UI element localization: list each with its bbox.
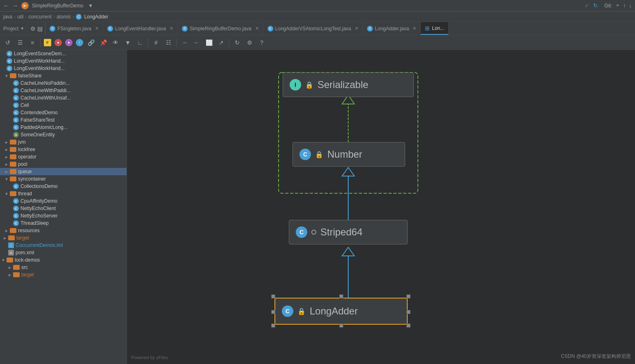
toolbar-arrow-left-icon[interactable]: ← [191,37,202,48]
toolbar-filter-icon[interactable]: ≡ [27,37,38,48]
tab-longadder[interactable]: C LongAdder.java ✕ [363,22,421,35]
sidebar-item-pomxml[interactable]: m pom.xml [0,249,127,256]
sidebar-item-cachelinewithuns[interactable]: C CacheLineWithUnsaf... [0,94,127,102]
tab-fsingleton[interactable]: C FSingleton.java ✕ [45,22,103,35]
tab-simpleringbufferdemo[interactable]: C SimpleRingBufferDemo.java ✕ [178,22,263,35]
file-icon-paddedatomiclong: C [13,124,19,130]
file-label-falsesharetest: FalseShareTest [20,117,54,123]
file-label-longeventworkhand2: LongEventWorkHand... [14,66,65,71]
toolbar-eye-icon[interactable]: 👁 [110,37,121,48]
toolbar-help-icon[interactable]: ? [256,37,267,48]
node-longadder[interactable]: C 🔒 LongAdder [274,298,408,325]
tab-close-longeventhandler[interactable]: ✕ [170,26,173,31]
tab-label-fsingleton: FSingleton.java [57,26,91,32]
sidebar-item-collectionsdemo[interactable]: C CollectionsDemo [0,183,127,190]
node-serializable[interactable]: I 🔒 Serializable [283,72,414,97]
settings-icon[interactable]: ⚙ [30,25,36,32]
dropdown-arrow[interactable]: ▼ [88,3,93,9]
sidebar-item-cpuaffinitydemo[interactable]: C CpuAffinityDemo [0,197,127,205]
folder-label-src: src [21,265,28,270]
sidebar-item-falseshare[interactable]: ▼ falseShare [0,72,127,79]
node-number[interactable]: C 🔒 Number [293,142,405,167]
firebase-icon: F [44,39,51,46]
sidebar-item-cachelinenopaddng[interactable]: C CacheLineNoPaddin... [0,79,127,87]
file-label-someoneentity: SomeOneEntity [20,132,55,138]
sidebar-item-cachelinewithpaddi[interactable]: C CacheLineWithPaddi... [0,87,127,94]
breadcrumb-sep-2: › [25,14,27,20]
arrow-lockfree: ► [3,147,10,152]
breadcrumb-concurrent[interactable]: concurrent [28,14,52,20]
refresh-icon: ↻ [593,2,598,9]
breadcrumb-atomic[interactable]: atomic [57,14,71,20]
sidebar-item-nettyechoserver[interactable]: C NettyEchoServer [0,212,127,219]
sidebar-item-queue[interactable]: ► queue [0,168,127,175]
toolbar-arrow-right-icon[interactable]: → [179,37,190,48]
folder-icon-lockfree [10,147,16,152]
sidebar-item-longeventscene[interactable]: C LongEventSceneDem... [0,50,127,57]
sidebar-item-operator[interactable]: ► operator [0,153,127,161]
file-icon-longeventscene: C [7,51,12,57]
folder-icon-target2 [13,272,20,277]
file-icon-pom: m [8,250,14,255]
main-area: C LongEventSceneDem... C LongEventWorkHa… [0,50,635,364]
sidebar-item-resources[interactable]: ► resources [0,227,127,234]
sidebar-item-thread[interactable]: ▼ thread [0,190,127,197]
project-name: SimpleRingBufferDemo [32,3,83,9]
sidebar-item-coccurrentdemosml[interactable]: I CoccurrentDemos.iml [0,242,127,249]
sidebar-item-contendeddemo[interactable]: C ContendedDemo [0,109,127,116]
toolbar-pin-icon[interactable]: 📌 [98,37,109,48]
forward-button[interactable]: → [12,2,18,9]
sidebar-item-target2[interactable]: ► target [0,271,127,278]
sidebar-item-cell[interactable]: C Cell [0,102,127,109]
sidebar-item-syncontainer[interactable]: ▼ syncontainer [0,175,127,183]
sidebar-item-nettyechoclient[interactable]: C NettyEchoClient [0,205,127,212]
tab-close-longaddervsatomiclongtest[interactable]: ✕ [355,26,358,31]
tab-close-fsingleton[interactable]: ✕ [95,26,99,31]
tab-longeventhandler[interactable]: C LongEventHandler.java ✕ [103,22,178,35]
toolbar-settings-icon[interactable]: ⚙ [244,37,255,48]
sidebar-item-pool[interactable]: ► pool [0,161,127,168]
node-striped64[interactable]: C Striped64 [289,220,408,244]
folder-label-falseshare: falseShare [18,73,41,79]
diagram-area[interactable]: I 🔒 Serializable C 🔒 Number C Striped64 … [127,50,635,364]
sidebar-item-src[interactable]: ► src [0,264,127,271]
tab-longaddervsatomiclongtest[interactable]: C LongAdderVSAtomicLongTest.java ✕ [263,22,363,35]
toolbar-layers-icon[interactable]: ⬜ [204,37,214,48]
arrow-syncontainer: ▼ [3,177,10,181]
arrow-queue: ► [3,170,10,174]
sidebar-item-longeventworkhand2[interactable]: C LongEventWorkHand... [0,65,127,72]
run-button[interactable]: ▶ [21,2,29,9]
tab-icon-longadder: C [367,26,373,32]
sidebar-item-paddedatomiclong[interactable]: C PaddedAtomicLong... [0,124,127,131]
collapse-icon[interactable]: ▤ [37,25,43,32]
toolbar-hash-icon[interactable]: # [151,37,161,48]
back-button[interactable]: ← [3,2,9,9]
breadcrumb-java[interactable]: java [3,14,12,20]
folder-label-syncontainer: syncontainer [18,176,46,182]
sidebar-item-target1[interactable]: ► target [0,234,127,242]
tab-close-longadder[interactable]: ✕ [413,26,416,31]
toolbar-route-icon[interactable]: ∟ [135,37,145,48]
breadcrumb-util[interactable]: util [17,14,23,20]
toolbar-export-icon[interactable]: ↗ [216,37,227,48]
toolbar-list-icon[interactable]: ☰ [15,37,25,48]
sidebar-toggle[interactable]: Project▼ [0,22,28,35]
sidebar-item-falsesharetest[interactable]: C FalseShareTest [0,116,127,124]
toolbar-refresh-icon[interactable]: ↻ [232,37,243,48]
toolbar-grid-icon[interactable]: ☷ [163,37,174,48]
sidebar-item-lockdemos[interactable]: ▼ lock-demos [0,256,127,264]
file-label-nettyechoclient: NettyEchoClient [20,206,56,211]
sidebar-item-jvm[interactable]: ► jvm [0,138,127,146]
file-label-cachelinewithpaddi: CacheLineWithPaddi... [20,88,70,93]
sidebar-item-lockfree[interactable]: ► lockfree [0,146,127,153]
toolbar-link-icon[interactable]: 🔗 [86,37,96,48]
tab-lon-active[interactable]: ⊞ Lon... [421,22,449,35]
toolbar-funnel-icon[interactable]: ▼ [122,37,133,48]
tab-close-simpleringbufferdemo[interactable]: ✕ [255,26,259,31]
info-icon[interactable]: i [76,39,83,46]
sidebar-item-longeventworkhand1[interactable]: C LongEventWorkHand... [0,57,127,65]
toolbar-navigate-icon[interactable]: ↺ [2,37,13,48]
sidebar-item-threadsleep[interactable]: C ThreadSleep [0,219,127,227]
arrow-lockdemos: ▼ [0,258,7,262]
sidebar-item-someoneentity[interactable]: S SomeOneEntity [0,131,127,138]
